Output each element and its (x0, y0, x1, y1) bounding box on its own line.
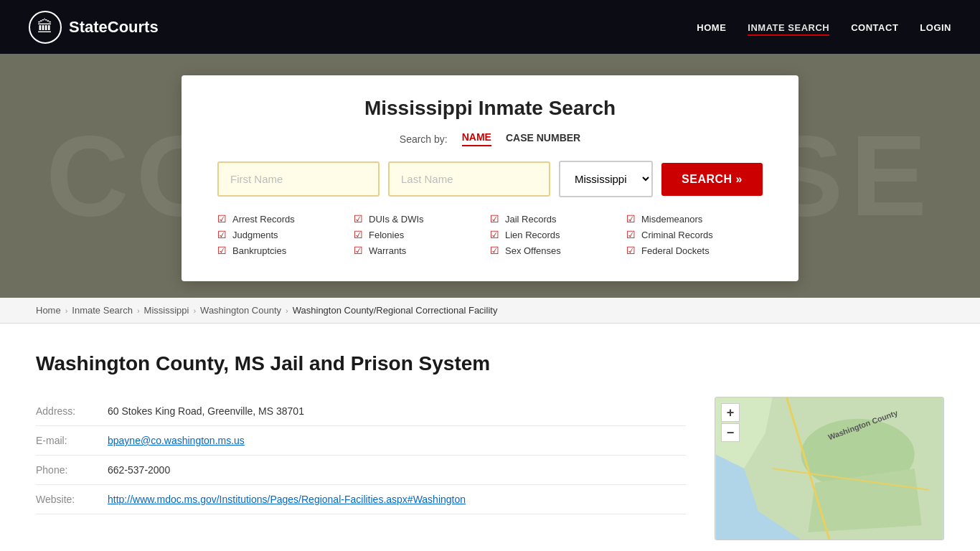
check-icon: ☑ (354, 245, 363, 256)
feature-item: ☑Federal Dockets (626, 245, 763, 256)
feature-label: DUIs & DWIs (369, 214, 424, 225)
check-icon: ☑ (490, 229, 499, 240)
address-label: Address: (36, 405, 100, 417)
website-row: Website: http://www.mdoc.ms.gov/Institut… (36, 485, 686, 514)
feature-label: Misdemeanors (641, 214, 702, 225)
main-nav: HOME INMATE SEARCH CONTACT LOGIN (697, 21, 951, 34)
tab-name[interactable]: NAME (462, 131, 491, 146)
feature-item: ☑Jail Records (490, 213, 626, 225)
nav-link-contact[interactable]: CONTACT (851, 22, 898, 33)
phone-row: Phone: 662-537-2000 (36, 456, 686, 485)
feature-label: Bankruptcies (232, 245, 286, 256)
nav-link-home[interactable]: HOME (697, 22, 726, 33)
search-button[interactable]: SEARCH » (661, 163, 763, 196)
info-table: Address: 60 Stokes King Road, Greenville… (36, 397, 686, 514)
check-icon: ☑ (217, 213, 227, 225)
feature-item: ☑Sex Offenses (490, 245, 626, 256)
feature-item: ☑DUIs & DWIs (354, 213, 490, 225)
feature-label: Judgments (232, 230, 278, 240)
feature-item: ☑Lien Records (490, 229, 626, 240)
header-content: 🏛 StateCourts HOME INMATE SEARCH CONTACT… (29, 11, 951, 44)
hero-section: COURTHOUSE Mississippi Inmate Search Sea… (0, 54, 980, 298)
nav-item-contact[interactable]: CONTACT (851, 21, 898, 34)
breadcrumb-sep-3: › (193, 306, 196, 315)
feature-label: Criminal Records (641, 230, 713, 240)
check-icon: ☑ (626, 245, 636, 256)
feature-item: ☑Criminal Records (626, 229, 763, 240)
address-value: 60 Stokes King Road, Greenville, MS 3870… (108, 405, 304, 417)
search-card-title: Mississippi Inmate Search (217, 97, 763, 120)
map-zoom-in[interactable]: + (721, 403, 740, 422)
logo-icon: 🏛 (29, 11, 62, 44)
feature-label: Arrest Records (232, 214, 295, 225)
search-card: Mississippi Inmate Search Search by: NAM… (182, 75, 798, 281)
phone-label: Phone: (36, 464, 100, 476)
feature-label: Federal Dockets (641, 245, 710, 256)
check-icon: ☑ (626, 229, 636, 240)
info-section: Address: 60 Stokes King Road, Greenville… (36, 397, 944, 540)
phone-value: 662-537-2000 (108, 464, 170, 476)
first-name-input[interactable] (217, 161, 380, 197)
search-inputs-row: Mississippi Alabama Arkansas Louisiana T… (217, 161, 763, 197)
nav-item-login[interactable]: LOGIN (920, 21, 951, 34)
tab-case-number[interactable]: CASE NUMBER (506, 132, 580, 146)
feature-item: ☑Bankruptcies (217, 245, 354, 256)
nav-item-home[interactable]: HOME (697, 21, 726, 34)
email-link[interactable]: bpayne@co.washington.ms.us (108, 435, 245, 446)
logo-text: StateCourts (69, 18, 159, 37)
header: 🏛 StateCourts HOME INMATE SEARCH CONTACT… (0, 0, 980, 54)
breadcrumb-current: Washington County/Regional Correctional … (293, 305, 498, 316)
breadcrumb-sep-1: › (65, 306, 68, 315)
feature-label: Lien Records (505, 230, 560, 240)
main-content: Washington County, MS Jail and Prison Sy… (0, 324, 980, 551)
nav-link-inmate-search[interactable]: INMATE SEARCH (748, 22, 829, 36)
feature-label: Felonies (369, 230, 404, 240)
map-zoom-out[interactable]: − (721, 423, 740, 442)
feature-item: ☑Misdemeanors (626, 213, 763, 225)
nav-link-login[interactable]: LOGIN (920, 22, 951, 33)
breadcrumb-inmate-search[interactable]: Inmate Search (72, 305, 133, 316)
breadcrumb-sep-2: › (137, 306, 140, 315)
facility-title: Washington County, MS Jail and Prison Sy… (36, 352, 944, 375)
nav-item-inmate-search[interactable]: INMATE SEARCH (748, 21, 829, 34)
search-by-label: Search by: (400, 133, 448, 145)
map-svg: Washington County (715, 397, 943, 540)
check-icon: ☑ (354, 213, 363, 225)
address-row: Address: 60 Stokes King Road, Greenville… (36, 397, 686, 426)
feature-label: Warrants (369, 245, 406, 256)
state-select[interactable]: Mississippi Alabama Arkansas Louisiana T… (559, 161, 653, 197)
features-grid: ☑Arrest Records☑DUIs & DWIs☑Jail Records… (217, 213, 763, 256)
check-icon: ☑ (354, 229, 363, 240)
website-link[interactable]: http://www.mdoc.ms.gov/Institutions/Page… (108, 494, 466, 505)
check-icon: ☑ (490, 213, 499, 225)
check-icon: ☑ (217, 229, 227, 240)
check-icon: ☑ (626, 213, 636, 225)
map-container: Washington County + − (715, 397, 944, 540)
check-icon: ☑ (217, 245, 227, 256)
feature-item: ☑Felonies (354, 229, 490, 240)
feature-label: Sex Offenses (505, 245, 561, 256)
breadcrumb-sep-4: › (286, 306, 288, 315)
email-row: E-mail: bpayne@co.washington.ms.us (36, 426, 686, 456)
feature-item: ☑Warrants (354, 245, 490, 256)
breadcrumb-home[interactable]: Home (36, 305, 61, 316)
logo[interactable]: 🏛 StateCourts (29, 11, 159, 44)
breadcrumb-mississippi[interactable]: Mississippi (144, 305, 189, 316)
breadcrumb: Home › Inmate Search › Mississippi › Was… (0, 298, 980, 324)
website-label: Website: (36, 494, 100, 505)
feature-item: ☑Judgments (217, 229, 354, 240)
email-label: E-mail: (36, 435, 100, 446)
search-by-row: Search by: NAME CASE NUMBER (217, 131, 763, 146)
last-name-input[interactable] (388, 161, 550, 197)
check-icon: ☑ (490, 245, 499, 256)
breadcrumb-washington-county[interactable]: Washington County (200, 305, 281, 316)
feature-item: ☑Arrest Records (217, 213, 354, 225)
feature-label: Jail Records (505, 214, 557, 225)
nav-list: HOME INMATE SEARCH CONTACT LOGIN (697, 21, 951, 34)
